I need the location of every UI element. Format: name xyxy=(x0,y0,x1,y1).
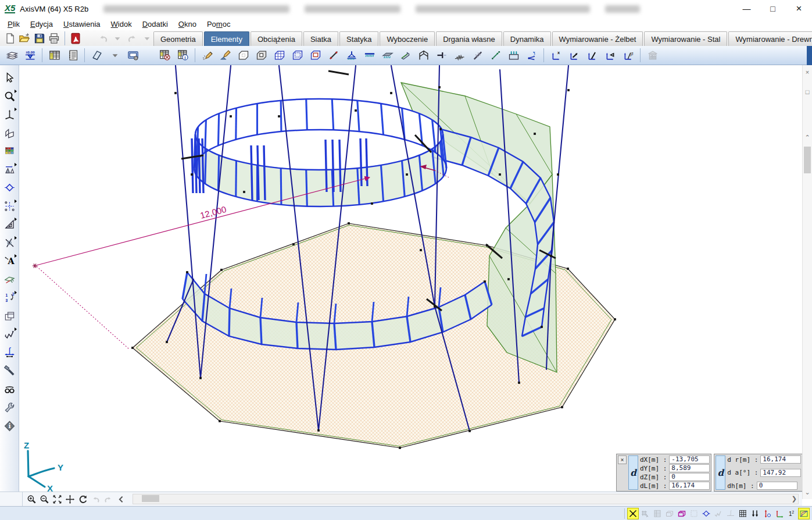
link-element-button[interactable] xyxy=(487,47,504,63)
pan-button[interactable] xyxy=(65,494,76,505)
rigid-element-button[interactable] xyxy=(523,47,540,63)
menu-pomoc[interactable]: Pomoc xyxy=(202,19,235,30)
annotation-button[interactable]: A xyxy=(2,254,17,268)
zoom-out-button[interactable] xyxy=(39,494,50,505)
intersection-button[interactable] xyxy=(2,236,17,250)
coordinate-value-field[interactable]: 16,174 xyxy=(669,482,710,490)
selection-button[interactable] xyxy=(2,70,17,85)
line-support-button[interactable] xyxy=(361,47,378,63)
section-lines-button[interactable] xyxy=(2,327,17,341)
translate-button[interactable] xyxy=(2,162,17,177)
views-button[interactable] xyxy=(2,107,17,122)
close-button[interactable]: × xyxy=(786,0,812,17)
local-direction-button[interactable] xyxy=(566,47,582,63)
gap-element-button[interactable] xyxy=(469,47,486,63)
draw-objects-button[interactable] xyxy=(199,47,216,63)
view-redo-button[interactable] xyxy=(103,494,114,505)
print-button[interactable] xyxy=(48,31,60,45)
horizontal-scrollbar-thumb[interactable] xyxy=(142,495,159,502)
mesh-display-button[interactable] xyxy=(737,508,749,519)
coordinate-value-field[interactable]: -13,705 xyxy=(669,455,710,464)
frame-structure-button[interactable] xyxy=(415,47,432,63)
coordinate-value-field[interactable]: 0 xyxy=(669,473,710,481)
menu-widok[interactable]: Widok xyxy=(106,19,137,30)
rotate-view-button[interactable] xyxy=(77,494,88,505)
reaction-display-button[interactable] xyxy=(761,508,773,519)
view-undo-button[interactable] xyxy=(90,494,101,505)
unit-settings-button[interactable]: 12 xyxy=(786,508,797,519)
tab-wyboczenie[interactable]: Wyboczenie xyxy=(380,31,435,46)
load-display-button[interactable] xyxy=(749,508,761,519)
color-coding-button[interactable] xyxy=(2,144,17,158)
new-model-button[interactable] xyxy=(3,31,16,45)
selection-parts-button[interactable] xyxy=(688,508,700,519)
delta-toggle-polar[interactable]: d xyxy=(716,455,725,490)
region-button[interactable] xyxy=(235,47,252,63)
menu-dodatki[interactable]: Dodatki xyxy=(137,19,173,30)
cursor-snap-button[interactable] xyxy=(627,508,639,519)
menu-okno[interactable]: Okno xyxy=(173,19,202,30)
preferences-button[interactable] xyxy=(2,400,17,415)
section-segment-button[interactable] xyxy=(713,508,724,519)
domain-hole-button[interactable] xyxy=(307,47,324,63)
symmetry-button[interactable] xyxy=(700,508,712,519)
spring-element-button[interactable] xyxy=(451,47,468,63)
workplanes-button[interactable] xyxy=(2,126,17,140)
menu-ustawienia[interactable]: Ustawienia xyxy=(58,19,106,30)
save-model-button[interactable] xyxy=(33,31,46,45)
model-info-button[interactable]: i xyxy=(2,419,17,433)
end-release-button[interactable] xyxy=(433,47,450,63)
parts-button[interactable] xyxy=(2,309,17,323)
integration-button[interactable]: ∫ xyxy=(725,508,736,519)
mesh-region-button[interactable] xyxy=(271,47,288,63)
scroll-up-arrow[interactable]: ⌃ xyxy=(803,134,812,141)
save-to-library-button[interactable] xyxy=(124,47,141,63)
tab-geometria[interactable]: Geometria xyxy=(153,31,203,46)
local-axis-line-button[interactable] xyxy=(584,47,600,63)
undo-dropdown-button[interactable] xyxy=(111,31,124,45)
coordinate-value-field[interactable]: 8,589 xyxy=(669,464,710,472)
region-hole-button[interactable] xyxy=(253,47,270,63)
tab-elementy[interactable]: Elementy xyxy=(204,31,249,46)
redo-dropdown-button[interactable] xyxy=(141,31,153,45)
coordinate-table-button[interactable] xyxy=(652,508,663,519)
view-restore-button[interactable]: □ xyxy=(803,88,812,95)
coordinate-value-field[interactable]: 147,92 xyxy=(760,469,801,477)
zoom-in-button[interactable] xyxy=(26,494,37,505)
local-reference-button[interactable] xyxy=(602,47,618,63)
building-model-button[interactable] xyxy=(644,47,661,63)
scroll-down-arrow[interactable]: ⌄ xyxy=(803,489,812,496)
horizontal-scrollbar[interactable]: ❯ xyxy=(133,494,799,504)
active-parts-button[interactable] xyxy=(676,508,688,519)
model-canvas[interactable]: 12,000 Z Y X xyxy=(19,65,802,491)
vertical-scrollbar-thumb[interactable] xyxy=(804,147,811,173)
zoom-button[interactable] xyxy=(2,89,17,104)
parts-display-button[interactable] xyxy=(664,508,675,519)
collapse-viewbar-button[interactable] xyxy=(116,494,127,505)
renumbering-button[interactable]: 123 xyxy=(2,290,17,305)
report-maker-button[interactable] xyxy=(64,47,81,63)
undo-button[interactable] xyxy=(96,31,109,45)
grid-snap-button[interactable] xyxy=(639,508,651,519)
tab-wymiarowanie-drewno[interactable]: Wymiarowanie - Drewno xyxy=(728,31,812,46)
tab-dynamika[interactable]: Dynamika xyxy=(503,31,551,46)
level-button[interactable]: ±0.00 xyxy=(22,47,38,63)
coordinate-value-field[interactable]: 0 xyxy=(757,482,797,490)
material-table-button[interactable] xyxy=(156,47,173,63)
table-browser-button[interactable] xyxy=(46,47,63,63)
redo-button[interactable] xyxy=(126,31,138,45)
tab-obciążenia[interactable]: Obciążenia xyxy=(251,31,302,46)
domain-button[interactable] xyxy=(289,47,306,63)
storeys-button[interactable] xyxy=(3,47,20,63)
tab-wymiarowanie-żelbet[interactable]: Wymiarowanie - Żelbet xyxy=(552,31,643,46)
view-close-button[interactable]: × xyxy=(803,69,812,76)
menu-edycja[interactable]: Edycja xyxy=(25,19,58,30)
coordinate-value-field[interactable]: 16,174 xyxy=(760,455,801,464)
tab-statyka[interactable]: Statyka xyxy=(339,31,378,46)
surface-support-button[interactable] xyxy=(379,47,396,63)
delta-toggle-cartesian[interactable]: d xyxy=(628,455,638,490)
cross-section-table-button[interactable]: I xyxy=(174,47,191,63)
open-model-button[interactable] xyxy=(18,31,31,45)
tab-drgania-własne[interactable]: Drgania własne xyxy=(436,31,502,46)
guidelines-button[interactable] xyxy=(2,199,17,213)
